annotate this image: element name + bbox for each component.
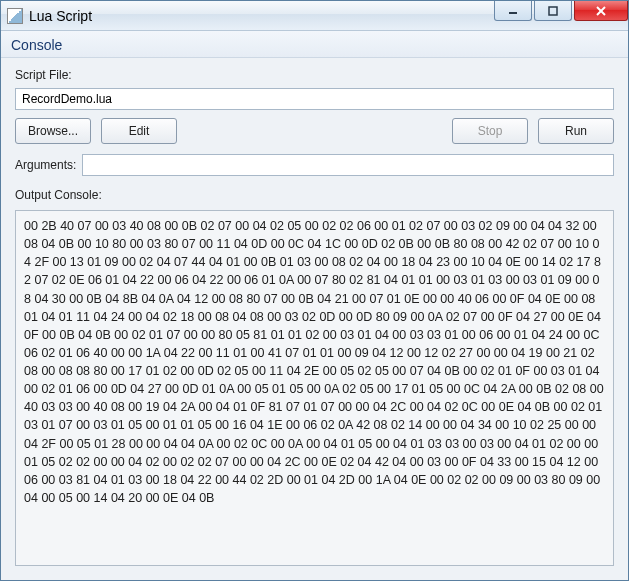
arguments-input[interactable] bbox=[82, 154, 614, 176]
arguments-label: Arguments: bbox=[15, 158, 76, 172]
arguments-row: Arguments: bbox=[15, 154, 614, 176]
run-button[interactable]: Run bbox=[538, 118, 614, 144]
output-console-label: Output Console: bbox=[15, 188, 614, 202]
stop-button[interactable]: Stop bbox=[452, 118, 528, 144]
console-section-header: Console bbox=[1, 31, 628, 58]
edit-button[interactable]: Edit bbox=[101, 118, 177, 144]
maximize-button[interactable] bbox=[534, 1, 572, 21]
app-icon bbox=[7, 8, 23, 24]
close-icon bbox=[595, 6, 607, 16]
browse-button[interactable]: Browse... bbox=[15, 118, 91, 144]
window-controls bbox=[494, 1, 628, 30]
button-spacer bbox=[187, 118, 442, 144]
minimize-icon bbox=[508, 6, 518, 16]
titlebar: Lua Script bbox=[1, 1, 628, 31]
window-title: Lua Script bbox=[29, 8, 494, 24]
svg-rect-1 bbox=[549, 7, 557, 15]
maximize-icon bbox=[548, 6, 558, 16]
lua-script-window: Lua Script Console Script File: Browse..… bbox=[0, 0, 629, 581]
action-button-row: Browse... Edit Stop Run bbox=[15, 118, 614, 144]
script-file-input[interactable] bbox=[15, 88, 614, 110]
script-file-label: Script File: bbox=[15, 68, 614, 82]
content-area: Script File: Browse... Edit Stop Run Arg… bbox=[1, 58, 628, 580]
close-button[interactable] bbox=[574, 1, 628, 21]
output-console[interactable]: 00 2B 40 07 00 03 40 08 00 0B 02 07 00 0… bbox=[15, 210, 614, 566]
minimize-button[interactable] bbox=[494, 1, 532, 21]
